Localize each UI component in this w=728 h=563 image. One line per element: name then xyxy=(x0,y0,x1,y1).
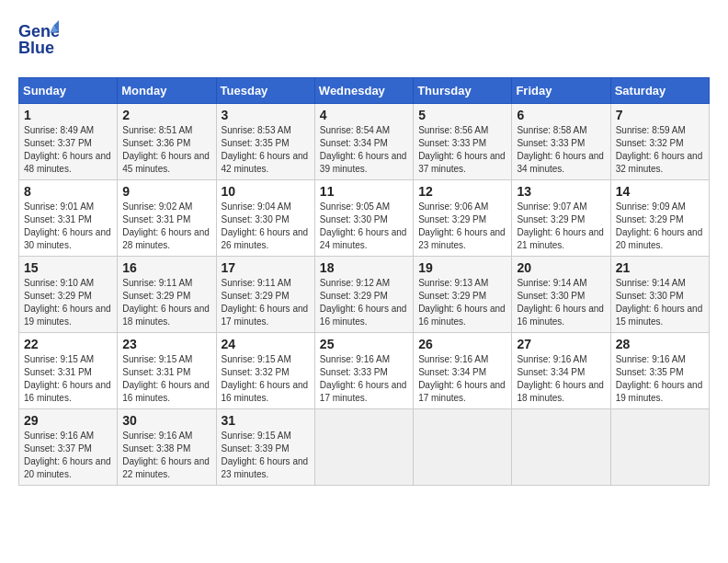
calendar-cell: 7Sunrise: 8:59 AMSunset: 3:32 PMDaylight… xyxy=(610,104,709,180)
calendar-cell: 30Sunrise: 9:16 AMSunset: 3:38 PMDayligh… xyxy=(118,409,216,486)
day-number: 2 xyxy=(122,108,210,122)
day-number: 22 xyxy=(24,337,112,351)
day-number: 18 xyxy=(320,260,408,275)
day-info: Sunrise: 9:01 AMSunset: 3:31 PMDaylight:… xyxy=(24,201,112,252)
day-info: Sunrise: 8:49 AMSunset: 3:37 PMDaylight:… xyxy=(24,124,112,176)
day-number: 16 xyxy=(122,260,210,275)
day-info: Sunrise: 9:02 AMSunset: 3:31 PMDaylight:… xyxy=(122,201,210,252)
header-thursday: Thursday xyxy=(414,78,512,104)
calendar-cell: 8Sunrise: 9:01 AMSunset: 3:31 PMDaylight… xyxy=(19,180,118,257)
day-number: 26 xyxy=(418,337,506,351)
calendar-cell: 26Sunrise: 9:16 AMSunset: 3:34 PMDayligh… xyxy=(414,333,512,409)
calendar-cell: 20Sunrise: 9:14 AMSunset: 3:30 PMDayligh… xyxy=(512,257,610,333)
header-saturday: Saturday xyxy=(610,78,709,104)
day-number: 1 xyxy=(24,108,112,122)
day-info: Sunrise: 9:12 AMSunset: 3:29 PMDaylight:… xyxy=(320,277,408,328)
day-info: Sunrise: 9:10 AMSunset: 3:29 PMDaylight:… xyxy=(24,277,112,328)
calendar-week-2: 8Sunrise: 9:01 AMSunset: 3:31 PMDaylight… xyxy=(19,180,710,257)
calendar-cell xyxy=(314,409,413,486)
day-info: Sunrise: 9:06 AMSunset: 3:29 PMDaylight:… xyxy=(418,201,506,252)
day-info: Sunrise: 8:51 AMSunset: 3:36 PMDaylight:… xyxy=(122,124,210,176)
calendar-cell: 17Sunrise: 9:11 AMSunset: 3:29 PMDayligh… xyxy=(216,257,314,333)
header-monday: Monday xyxy=(118,78,216,104)
header-wednesday: Wednesday xyxy=(314,78,413,104)
calendar-cell: 15Sunrise: 9:10 AMSunset: 3:29 PMDayligh… xyxy=(19,257,118,333)
day-info: Sunrise: 9:11 AMSunset: 3:29 PMDaylight:… xyxy=(222,277,310,328)
calendar-cell: 9Sunrise: 9:02 AMSunset: 3:31 PMDaylight… xyxy=(118,180,216,257)
day-number: 12 xyxy=(418,184,506,199)
day-info: Sunrise: 8:58 AMSunset: 3:33 PMDaylight:… xyxy=(517,124,605,176)
day-info: Sunrise: 9:07 AMSunset: 3:29 PMDaylight:… xyxy=(517,201,605,252)
calendar-cell: 22Sunrise: 9:15 AMSunset: 3:31 PMDayligh… xyxy=(19,333,118,409)
header-sunday: Sunday xyxy=(19,78,118,104)
day-info: Sunrise: 9:14 AMSunset: 3:30 PMDaylight:… xyxy=(517,277,605,328)
day-info: Sunrise: 9:14 AMSunset: 3:30 PMDaylight:… xyxy=(616,277,704,328)
calendar-cell: 24Sunrise: 9:15 AMSunset: 3:32 PMDayligh… xyxy=(216,333,314,409)
calendar-week-3: 15Sunrise: 9:10 AMSunset: 3:29 PMDayligh… xyxy=(19,257,710,333)
page-header: General Blue xyxy=(18,18,710,63)
calendar-cell: 12Sunrise: 9:06 AMSunset: 3:29 PMDayligh… xyxy=(414,180,512,257)
day-info: Sunrise: 9:16 AMSunset: 3:38 PMDaylight:… xyxy=(122,430,210,481)
calendar-header-row: SundayMondayTuesdayWednesdayThursdayFrid… xyxy=(19,78,710,104)
calendar-week-4: 22Sunrise: 9:15 AMSunset: 3:31 PMDayligh… xyxy=(19,333,710,409)
day-info: Sunrise: 9:15 AMSunset: 3:31 PMDaylight:… xyxy=(122,353,210,405)
calendar-week-1: 1Sunrise: 8:49 AMSunset: 3:37 PMDaylight… xyxy=(19,104,710,180)
calendar-cell: 28Sunrise: 9:16 AMSunset: 3:35 PMDayligh… xyxy=(610,333,709,409)
calendar-cell: 3Sunrise: 8:53 AMSunset: 3:35 PMDaylight… xyxy=(216,104,314,180)
calendar-cell: 31Sunrise: 9:15 AMSunset: 3:39 PMDayligh… xyxy=(216,409,314,486)
day-info: Sunrise: 9:16 AMSunset: 3:33 PMDaylight:… xyxy=(320,353,408,405)
day-number: 20 xyxy=(517,260,605,275)
calendar-cell: 5Sunrise: 8:56 AMSunset: 3:33 PMDaylight… xyxy=(414,104,512,180)
day-number: 31 xyxy=(222,413,310,428)
calendar-cell: 10Sunrise: 9:04 AMSunset: 3:30 PMDayligh… xyxy=(216,180,314,257)
calendar-cell: 4Sunrise: 8:54 AMSunset: 3:34 PMDaylight… xyxy=(314,104,413,180)
calendar-table: SundayMondayTuesdayWednesdayThursdayFrid… xyxy=(18,77,710,486)
day-number: 29 xyxy=(24,413,112,428)
day-number: 4 xyxy=(320,108,408,122)
day-number: 6 xyxy=(517,108,605,122)
logo-icon: General Blue xyxy=(18,18,59,63)
calendar-week-5: 29Sunrise: 9:16 AMSunset: 3:37 PMDayligh… xyxy=(19,409,710,486)
calendar-cell: 29Sunrise: 9:16 AMSunset: 3:37 PMDayligh… xyxy=(19,409,118,486)
day-number: 17 xyxy=(222,260,310,275)
calendar-cell: 6Sunrise: 8:58 AMSunset: 3:33 PMDaylight… xyxy=(512,104,610,180)
day-number: 8 xyxy=(24,184,112,199)
calendar-cell: 21Sunrise: 9:14 AMSunset: 3:30 PMDayligh… xyxy=(610,257,709,333)
day-info: Sunrise: 9:16 AMSunset: 3:35 PMDaylight:… xyxy=(616,353,704,405)
day-info: Sunrise: 9:16 AMSunset: 3:37 PMDaylight:… xyxy=(24,430,112,481)
header-friday: Friday xyxy=(512,78,610,104)
calendar-cell xyxy=(610,409,709,486)
day-number: 21 xyxy=(616,260,704,275)
day-number: 24 xyxy=(222,337,310,351)
day-number: 7 xyxy=(616,108,704,122)
day-number: 5 xyxy=(418,108,506,122)
day-number: 30 xyxy=(122,413,210,428)
day-number: 23 xyxy=(122,337,210,351)
calendar-cell: 13Sunrise: 9:07 AMSunset: 3:29 PMDayligh… xyxy=(512,180,610,257)
day-info: Sunrise: 8:53 AMSunset: 3:35 PMDaylight:… xyxy=(222,124,310,176)
day-number: 28 xyxy=(616,337,704,351)
calendar-cell: 11Sunrise: 9:05 AMSunset: 3:30 PMDayligh… xyxy=(314,180,413,257)
day-number: 27 xyxy=(517,337,605,351)
calendar-cell: 2Sunrise: 8:51 AMSunset: 3:36 PMDaylight… xyxy=(118,104,216,180)
day-info: Sunrise: 9:05 AMSunset: 3:30 PMDaylight:… xyxy=(320,201,408,252)
calendar-cell: 14Sunrise: 9:09 AMSunset: 3:29 PMDayligh… xyxy=(610,180,709,257)
day-info: Sunrise: 9:09 AMSunset: 3:29 PMDaylight:… xyxy=(616,201,704,252)
day-info: Sunrise: 9:04 AMSunset: 3:30 PMDaylight:… xyxy=(222,201,310,252)
day-number: 15 xyxy=(24,260,112,275)
calendar-cell: 18Sunrise: 9:12 AMSunset: 3:29 PMDayligh… xyxy=(314,257,413,333)
calendar-cell: 25Sunrise: 9:16 AMSunset: 3:33 PMDayligh… xyxy=(314,333,413,409)
svg-text:Blue: Blue xyxy=(18,39,54,57)
day-number: 13 xyxy=(517,184,605,199)
day-info: Sunrise: 9:15 AMSunset: 3:32 PMDaylight:… xyxy=(222,353,310,405)
calendar-cell xyxy=(512,409,610,486)
calendar-cell: 19Sunrise: 9:13 AMSunset: 3:29 PMDayligh… xyxy=(414,257,512,333)
header-tuesday: Tuesday xyxy=(216,78,314,104)
day-number: 11 xyxy=(320,184,408,199)
day-number: 10 xyxy=(222,184,310,199)
day-number: 9 xyxy=(122,184,210,199)
calendar-cell xyxy=(414,409,512,486)
day-number: 19 xyxy=(418,260,506,275)
day-info: Sunrise: 9:15 AMSunset: 3:31 PMDaylight:… xyxy=(24,353,112,405)
day-info: Sunrise: 8:59 AMSunset: 3:32 PMDaylight:… xyxy=(616,124,704,176)
